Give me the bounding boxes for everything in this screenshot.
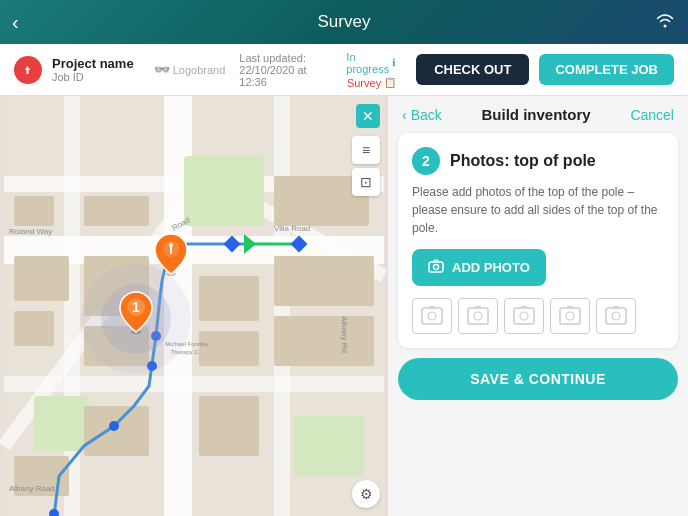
svg-text:Roland Way: Roland Way xyxy=(9,227,52,236)
svg-text:Albany Road: Albany Road xyxy=(9,484,55,493)
svg-rect-60 xyxy=(606,308,626,324)
project-logo xyxy=(14,56,42,84)
page-title: Survey xyxy=(318,12,371,32)
svg-rect-16 xyxy=(84,196,149,226)
svg-rect-25 xyxy=(84,406,149,456)
svg-rect-23 xyxy=(199,396,259,456)
svg-rect-22 xyxy=(274,316,374,366)
cancel-button[interactable]: Cancel xyxy=(630,107,674,123)
svg-point-59 xyxy=(566,312,574,320)
photo-slot-3[interactable] xyxy=(504,298,544,334)
top-bar: ‹ Survey xyxy=(0,0,688,44)
svg-point-61 xyxy=(612,312,620,320)
svg-rect-10 xyxy=(184,156,264,226)
step-badge: 2 xyxy=(412,147,440,175)
svg-text:1: 1 xyxy=(132,299,140,315)
svg-rect-12 xyxy=(294,416,364,476)
warning-pin[interactable]: ! xyxy=(153,232,189,280)
svg-rect-50 xyxy=(429,262,443,272)
settings-icon: ⚙ xyxy=(360,486,373,502)
svg-point-53 xyxy=(428,312,436,320)
status-area: In progress ℹ Survey 📋 xyxy=(346,51,396,89)
last-updated: Last updated: 22/10/2020 at 12:36 xyxy=(239,52,326,88)
right-panel: ‹ Back Build inventory Cancel 2 Photos: … xyxy=(388,96,688,516)
add-photo-button[interactable]: ADD PHOTO xyxy=(412,249,546,286)
photo-slot-5[interactable] xyxy=(596,298,636,334)
map-area[interactable]: Road Villa Road Roland Way Albany Rd Alb… xyxy=(0,96,388,516)
brand-name: Logobrand xyxy=(173,64,226,76)
eyes-icon: 👓 xyxy=(154,62,170,77)
info-icon: ℹ xyxy=(392,57,396,68)
panel-title: Build inventory xyxy=(482,106,591,123)
menu-icon: ≡ xyxy=(362,142,370,158)
camera-icon xyxy=(428,259,444,276)
card-description: Please add photos of the top of the pole… xyxy=(412,183,664,237)
project-info: Project name Job ID xyxy=(52,56,134,83)
back-button[interactable]: ‹ xyxy=(12,11,19,34)
photo-placeholders xyxy=(412,298,664,334)
svg-rect-56 xyxy=(514,308,534,324)
project-name: Project name xyxy=(52,56,134,71)
card-title: Photos: top of pole xyxy=(450,152,596,170)
map-layers-button[interactable]: ⊡ xyxy=(352,168,380,196)
map-settings-button[interactable]: ⚙ xyxy=(352,480,380,508)
svg-rect-13 xyxy=(14,196,54,226)
svg-point-51 xyxy=(434,265,439,270)
svg-rect-19 xyxy=(199,276,259,321)
photo-slot-1[interactable] xyxy=(412,298,452,334)
map-controls: ≡ ⊡ xyxy=(352,136,380,196)
photo-slot-4[interactable] xyxy=(550,298,590,334)
svg-rect-14 xyxy=(14,256,69,301)
svg-point-45 xyxy=(169,243,173,247)
survey-status: Survey 📋 xyxy=(347,77,396,89)
svg-rect-52 xyxy=(422,308,442,324)
photo-slot-2[interactable] xyxy=(458,298,498,334)
project-id: Job ID xyxy=(52,71,134,83)
svg-rect-21 xyxy=(274,256,374,306)
main-content: Road Villa Road Roland Way Albany Rd Alb… xyxy=(0,96,688,516)
svg-rect-20 xyxy=(199,331,259,366)
panel-nav: ‹ Back Build inventory Cancel xyxy=(398,106,678,123)
svg-rect-46 xyxy=(170,248,172,254)
survey-icon: 📋 xyxy=(384,77,396,88)
svg-rect-11 xyxy=(34,396,89,451)
back-chevron-icon: ‹ xyxy=(402,107,407,123)
svg-text:Albany Rd: Albany Rd xyxy=(340,316,349,353)
svg-rect-58 xyxy=(560,308,580,324)
svg-rect-15 xyxy=(14,311,54,346)
checkout-button[interactable]: CHECK OUT xyxy=(416,54,529,85)
card-header: 2 Photos: top of pole xyxy=(412,147,664,175)
svg-rect-54 xyxy=(468,308,488,324)
svg-point-57 xyxy=(520,312,528,320)
panel-card: 2 Photos: top of pole Please add photos … xyxy=(398,133,678,348)
layers-icon: ⊡ xyxy=(360,174,372,190)
map-close-button[interactable]: ✕ xyxy=(356,104,380,128)
panel-back-button[interactable]: ‹ Back xyxy=(402,107,442,123)
save-continue-button[interactable]: SAVE & CONTINUE xyxy=(398,358,678,400)
wifi-icon xyxy=(656,14,674,31)
svg-point-55 xyxy=(474,312,482,320)
in-progress-status: In progress ℹ xyxy=(346,51,396,75)
svg-text:Villa Road: Villa Road xyxy=(274,224,310,233)
header-bar: Project name Job ID 👓 Logobrand Last upd… xyxy=(0,44,688,96)
brand-area: 👓 Logobrand xyxy=(154,62,226,77)
numbered-pin[interactable]: 1 xyxy=(118,290,154,338)
map-menu-button[interactable]: ≡ xyxy=(352,136,380,164)
close-icon: ✕ xyxy=(362,108,374,124)
svg-point-29 xyxy=(109,421,119,431)
complete-job-button[interactable]: COMPLETE JOB xyxy=(539,54,674,85)
